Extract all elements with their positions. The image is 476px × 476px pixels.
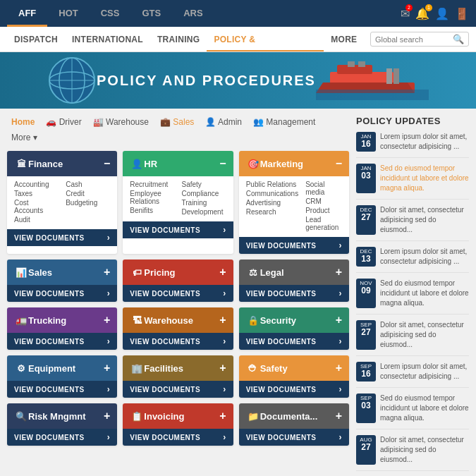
sec-nav-driver[interactable]: 🚗 Driver — [42, 116, 85, 128]
policy-text: Dolor sit amet, consectetur adipisicing … — [380, 435, 469, 465]
invoicing-toggle[interactable]: + — [219, 410, 226, 422]
hr-link[interactable]: Safety — [182, 181, 226, 188]
hr-link[interactable]: Recruitment — [130, 181, 174, 188]
trucking-toggle[interactable]: + — [104, 314, 110, 327]
logout-icon[interactable]: 🚪 — [455, 7, 469, 20]
warehouse-title: Warehouse — [144, 315, 193, 326]
policy-date: Sep 16 — [356, 362, 376, 382]
top-nav-tab-aff[interactable]: AFF — [7, 0, 47, 27]
finance-body: Accounting Taxes Cost Accounts Audit Cas… — [7, 176, 117, 229]
policy-updates-title: POLICY UPDATES — [356, 116, 469, 126]
hr-link[interactable]: Development — [182, 208, 226, 216]
policy-update-item: Jan 16 Lorem ipsum dolor sit amet, conse… — [356, 132, 469, 158]
facilities-footer[interactable]: VIEW DOCUMENTS › — [123, 381, 233, 398]
hr-link[interactable]: Employee Relations — [130, 190, 174, 205]
finance-link[interactable]: Credit — [66, 190, 110, 197]
marketing-link[interactable]: Social media — [305, 181, 342, 196]
hr-link[interactable]: Training — [182, 199, 226, 207]
policy-date: Jan 03 — [356, 164, 376, 193]
card-risk-header: 🔍 Risk Mngmnt + — [7, 403, 117, 429]
sec-nav-warehouse[interactable]: 🏭 Warehouse — [89, 116, 153, 128]
card-marketing: 🎯 Marketing − Public Relations Communica… — [239, 151, 349, 254]
safety-icon: ⛑ — [246, 361, 260, 375]
documenta-toggle[interactable]: + — [336, 410, 342, 422]
trucking-footer[interactable]: VIEW DOCUMENTS › — [7, 333, 117, 350]
security-footer[interactable]: VIEW DOCUMENTS › — [239, 333, 349, 350]
sec-nav-home[interactable]: Home — [7, 116, 39, 128]
risk-title: Risk Mngmnt — [28, 411, 86, 422]
finance-link[interactable]: Budgeting — [66, 199, 110, 207]
safety-title: Safety — [260, 363, 288, 374]
nav-training[interactable]: TRAINING — [150, 27, 207, 51]
top-nav-tab-hot[interactable]: HOT — [47, 0, 89, 27]
warehouse-toggle[interactable]: + — [219, 314, 226, 327]
top-nav-tab-css[interactable]: CSS — [90, 0, 131, 27]
finance-link[interactable]: Audit — [14, 216, 59, 224]
equipment-toggle[interactable]: + — [104, 362, 110, 374]
marketing-toggle[interactable]: − — [336, 157, 342, 170]
finance-icon: 🏛 — [14, 157, 28, 171]
safety-toggle[interactable]: + — [336, 362, 342, 374]
nav-more[interactable]: MORE ▾ — [324, 27, 370, 51]
sec-nav-more[interactable]: More ▾ — [7, 131, 42, 144]
card-invoicing-header: 📋 Invoicing + — [123, 403, 233, 429]
marketing-link[interactable]: Research — [246, 208, 298, 216]
marketing-link[interactable]: CRM — [305, 197, 342, 205]
finance-link[interactable]: Cash — [66, 181, 110, 188]
card-legal-header: ⚖ Legal + — [239, 260, 349, 285]
sec-nav-admin[interactable]: 👤 Admin — [201, 116, 246, 128]
top-nav-tab-ars[interactable]: ARS — [172, 0, 214, 27]
legal-toggle[interactable]: + — [336, 266, 342, 279]
hr-link[interactable]: Compliance — [182, 190, 226, 197]
legal-footer[interactable]: VIEW DOCUMENTS › — [239, 285, 349, 302]
card-invoicing: 📋 Invoicing + VIEW DOCUMENTS › — [123, 403, 233, 446]
warehouse-footer[interactable]: VIEW DOCUMENTS › — [123, 333, 233, 350]
safety-footer[interactable]: VIEW DOCUMENTS › — [239, 381, 349, 398]
marketing-link[interactable]: Public Relations — [246, 181, 298, 188]
top-nav-tab-gts[interactable]: GTS — [130, 0, 172, 27]
nav-international[interactable]: INTERNATIONAL — [65, 27, 150, 51]
marketing-link[interactable]: Communications — [246, 190, 298, 197]
risk-toggle[interactable]: + — [104, 410, 110, 422]
risk-footer[interactable]: VIEW DOCUMENTS › — [7, 429, 117, 446]
sec-nav-sales[interactable]: 💼 Sales — [156, 116, 198, 128]
documenta-footer[interactable]: VIEW DOCUMENTS › — [239, 429, 349, 446]
sales-footer[interactable]: VIEW DOCUMENTS › — [7, 285, 117, 302]
hr-toggle[interactable]: − — [219, 157, 226, 170]
marketing-footer[interactable]: VIEW DOCUMENTS › — [239, 237, 349, 254]
sidebar: POLICY UPDATES Jan 16 Lorem ipsum dolor … — [356, 116, 469, 476]
hr-footer[interactable]: VIEW DOCUMENTS › — [123, 221, 233, 238]
legal-title: Legal — [260, 267, 284, 278]
marketing-link[interactable]: Advertising — [246, 199, 298, 207]
finance-link[interactable]: Accounting — [14, 181, 59, 188]
user-icon[interactable]: 👤 — [435, 7, 449, 20]
finance-toggle[interactable]: − — [104, 157, 110, 170]
hr-link[interactable]: Benifits — [130, 207, 174, 214]
sales-toggle[interactable]: + — [104, 266, 110, 279]
marketing-link[interactable]: Product — [305, 207, 342, 214]
card-pricing-header: 🏷 Pricing + — [123, 260, 233, 285]
pricing-title: Pricing — [144, 267, 175, 278]
finance-footer[interactable]: VIEW DOCUMENTS › — [7, 229, 117, 246]
security-title: Security — [260, 315, 296, 326]
invoicing-icon: 📋 — [130, 409, 144, 423]
bell-icon[interactable]: 🔔1 — [415, 7, 429, 20]
sec-nav-management[interactable]: 👥 Management — [249, 116, 319, 128]
hero-banner: POLICY AND PROCEDURES — [0, 52, 476, 109]
legal-icon: ⚖ — [246, 265, 260, 279]
mail-icon[interactable]: ✉2 — [401, 7, 410, 20]
invoicing-footer[interactable]: VIEW DOCUMENTS › — [123, 429, 233, 446]
facilities-toggle[interactable]: + — [219, 362, 226, 374]
security-toggle[interactable]: + — [336, 314, 342, 327]
search-input[interactable] — [375, 35, 453, 44]
card-pricing: 🏷 Pricing + VIEW DOCUMENTS › — [123, 260, 233, 302]
pricing-toggle[interactable]: + — [219, 266, 226, 279]
equipment-footer[interactable]: VIEW DOCUMENTS › — [7, 381, 117, 398]
marketing-link[interactable]: Lead generation — [305, 216, 342, 231]
finance-link[interactable]: Cost Accounts — [14, 199, 59, 214]
pricing-footer[interactable]: VIEW DOCUMENTS › — [123, 285, 233, 302]
finance-link[interactable]: Taxes — [14, 190, 59, 197]
nav-policy[interactable]: POLICY & PROCEDURES — [207, 27, 324, 51]
policy-text: Sed do eiusmod tempor incididunt ut labo… — [380, 393, 469, 423]
nav-dispatch[interactable]: DISPATCH — [7, 27, 65, 51]
